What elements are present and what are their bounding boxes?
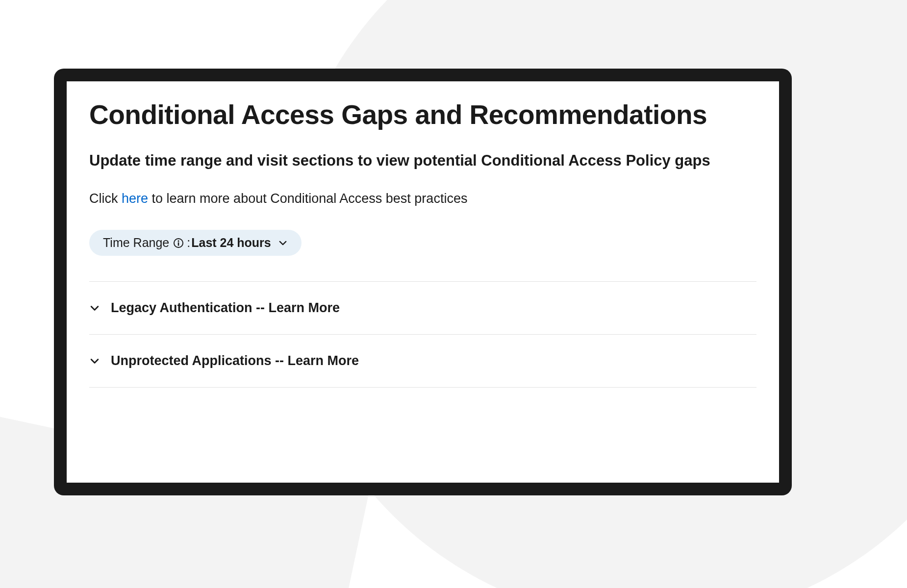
description-prefix: Click — [89, 191, 122, 206]
section-unprotected-applications[interactable]: Unprotected Applications -- Learn More — [89, 335, 756, 387]
description-suffix: to learn more about Conditional Access b… — [148, 191, 467, 206]
page-subtitle: Update time range and visit sections to … — [89, 152, 756, 170]
console-inner: Conditional Access Gaps and Recommendati… — [67, 81, 779, 483]
divider — [89, 387, 756, 388]
svg-rect-2 — [178, 242, 179, 245]
chevron-down-icon — [89, 303, 100, 314]
console-panel: Conditional Access Gaps and Recommendati… — [54, 69, 792, 495]
time-range-value: Last 24 hours — [191, 236, 271, 250]
chevron-down-icon — [278, 238, 288, 248]
learn-more-link[interactable]: here — [122, 191, 148, 206]
chevron-down-icon — [89, 356, 100, 367]
section-title: Unprotected Applications -- Learn More — [111, 353, 359, 368]
svg-point-1 — [178, 240, 179, 242]
time-range-separator: : — [187, 236, 190, 250]
section-title: Legacy Authentication -- Learn More — [111, 300, 340, 316]
section-legacy-authentication[interactable]: Legacy Authentication -- Learn More — [89, 282, 756, 334]
time-range-dropdown[interactable]: Time Range : Last 24 hours — [89, 230, 302, 256]
page-title: Conditional Access Gaps and Recommendati… — [89, 99, 756, 130]
info-icon — [173, 238, 184, 248]
time-range-label: Time Range — [103, 236, 169, 250]
description-text: Click here to learn more about Condition… — [89, 191, 756, 206]
